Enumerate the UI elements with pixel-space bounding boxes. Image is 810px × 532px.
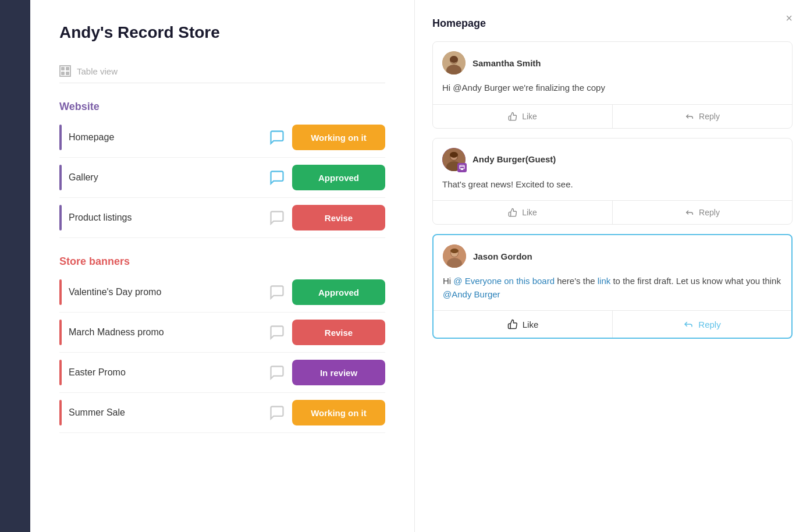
- task-name: Easter Promo: [69, 367, 262, 378]
- active-action-row: Like Reply: [434, 310, 791, 338]
- status-badge-revise[interactable]: Revise: [292, 320, 385, 345]
- task-name: Summer Sale: [69, 407, 262, 418]
- svg-point-8: [450, 56, 458, 63]
- task-border-purple: [59, 125, 62, 150]
- status-badge-working[interactable]: Working on it: [292, 125, 385, 150]
- status-badge-approved[interactable]: Approved: [292, 165, 385, 190]
- status-badge-revise[interactable]: Revise: [292, 205, 385, 230]
- task-row[interactable]: Product listings Revise: [59, 198, 385, 238]
- svg-point-21: [450, 249, 459, 253]
- like-icon: [508, 208, 517, 217]
- chat-icon[interactable]: [269, 324, 285, 341]
- right-panel: × Homepage Samantha Smith: [414, 0, 810, 532]
- reply-icon: [685, 112, 694, 121]
- like-icon: [508, 112, 517, 121]
- comment-body: Andy Burger(Guest) That's great news! Ex…: [433, 139, 792, 201]
- banners-section: Store banners Valentine's Day promo Appr…: [59, 256, 385, 433]
- chat-icon[interactable]: [269, 364, 285, 381]
- like-button[interactable]: Like: [433, 105, 613, 128]
- task-name: Product listings: [69, 212, 262, 223]
- reply-button[interactable]: Reply: [613, 201, 792, 224]
- avatar: [442, 51, 466, 75]
- svg-rect-3: [66, 72, 69, 75]
- comment-actions: Like Reply: [433, 200, 792, 224]
- mention-andy: @Andy Burger: [443, 289, 500, 299]
- task-row[interactable]: Summer Sale Working on it: [59, 393, 385, 433]
- svg-rect-16: [461, 168, 463, 170]
- chat-icon[interactable]: [269, 405, 285, 421]
- avatar-guest-wrap: [442, 148, 466, 171]
- svg-rect-0: [61, 67, 65, 70]
- comment-card: Samantha Smith Hi @Andy Burger we're fin…: [432, 41, 793, 129]
- left-panel: Andy's Record Store Table view Website H…: [30, 0, 414, 532]
- task-border-red: [59, 360, 62, 385]
- table-view-row[interactable]: Table view: [59, 59, 385, 83]
- chat-icon[interactable]: [269, 169, 285, 186]
- task-border-red: [59, 400, 62, 425]
- task-name: Valentine's Day promo: [69, 287, 262, 297]
- website-section: Website Homepage Working on it Gallery A…: [59, 101, 385, 238]
- comment-body: Jason Gordon Hi @ Everyone on this board…: [434, 235, 791, 310]
- commenter-name: Andy Burger(Guest): [472, 154, 556, 164]
- comment-header: Samantha Smith: [442, 51, 783, 75]
- status-badge-in-review[interactable]: In review: [292, 360, 385, 385]
- like-icon: [507, 319, 518, 329]
- svg-rect-2: [61, 72, 65, 75]
- table-view-label: Table view: [77, 66, 118, 76]
- task-border-purple: [59, 205, 62, 230]
- reply-button[interactable]: Reply: [613, 105, 792, 128]
- task-name: March Madness promo: [69, 327, 262, 338]
- panel-title: Homepage: [432, 17, 793, 30]
- task-border-red: [59, 279, 62, 305]
- task-name: Gallery: [69, 172, 262, 183]
- task-row[interactable]: Gallery Approved: [59, 158, 385, 198]
- comment-body: Samantha Smith Hi @Andy Burger we're fin…: [433, 42, 792, 104]
- comment-text: That's great news! Excited to see.: [442, 178, 783, 191]
- avatar: [443, 244, 466, 268]
- task-border-purple: [59, 165, 62, 190]
- table-view-icon: [59, 65, 71, 77]
- chat-icon[interactable]: [269, 284, 285, 300]
- chat-icon[interactable]: [269, 129, 285, 146]
- mention-everyone: @ Everyone on this board: [453, 276, 555, 286]
- status-badge-working[interactable]: Working on it: [292, 400, 385, 425]
- comment-card-active: Jason Gordon Hi @ Everyone on this board…: [432, 234, 793, 339]
- draft-link[interactable]: link: [598, 276, 611, 286]
- commenter-name: Jason Gordon: [473, 251, 532, 261]
- reply-button-active[interactable]: Reply: [613, 311, 791, 338]
- comment-header: Andy Burger(Guest): [442, 148, 783, 171]
- task-row[interactable]: Homepage Working on it: [59, 118, 385, 158]
- main-area: Andy's Record Store Table view Website H…: [30, 0, 810, 532]
- comment-text: Hi @ Everyone on this board here's the l…: [443, 275, 782, 301]
- task-row[interactable]: Easter Promo In review: [59, 353, 385, 393]
- comment-text: Hi @Andy Burger we're finalizing the cop…: [442, 81, 783, 95]
- reply-icon: [685, 208, 694, 217]
- like-button[interactable]: Like: [433, 201, 613, 224]
- dark-sidebar: [0, 0, 30, 532]
- chat-icon[interactable]: [269, 210, 285, 226]
- guest-icon: [459, 165, 465, 171]
- svg-rect-1: [66, 67, 69, 70]
- status-badge-approved[interactable]: Approved: [292, 279, 385, 305]
- svg-point-13: [450, 152, 458, 158]
- task-name: Homepage: [69, 132, 262, 143]
- like-button-active[interactable]: Like: [434, 311, 613, 338]
- task-row[interactable]: March Madness promo Revise: [59, 313, 385, 353]
- comment-header: Jason Gordon: [443, 244, 782, 268]
- page-title: Andy's Record Store: [59, 23, 385, 42]
- commenter-name: Samantha Smith: [472, 58, 541, 68]
- close-button[interactable]: ×: [786, 12, 793, 25]
- comment-actions: Like Reply: [433, 104, 792, 128]
- task-row[interactable]: Valentine's Day promo Approved: [59, 272, 385, 313]
- comment-card: Andy Burger(Guest) That's great news! Ex…: [432, 138, 793, 225]
- website-section-title: Website: [59, 101, 385, 113]
- banners-section-title: Store banners: [59, 256, 385, 268]
- reply-icon: [683, 319, 694, 329]
- guest-badge: [457, 163, 467, 172]
- task-border-red: [59, 320, 62, 345]
